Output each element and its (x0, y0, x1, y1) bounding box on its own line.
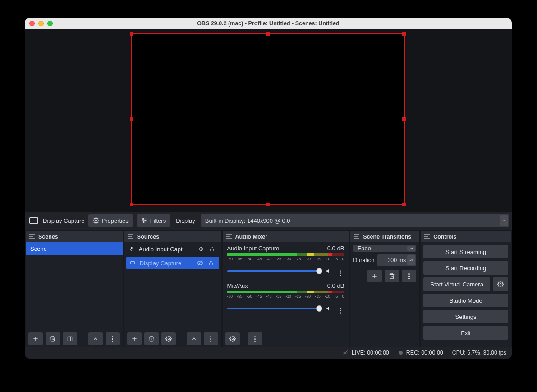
virtual-camera-settings-button[interactable] (493, 277, 508, 291)
dock-grip-icon (128, 234, 133, 240)
source-menu-button[interactable] (204, 332, 218, 345)
sources-title: Sources (137, 234, 159, 240)
channel-db: 0.0 dB (327, 245, 344, 252)
source-item-selected[interactable]: Display Capture (126, 257, 219, 269)
sliders-icon (141, 217, 147, 224)
volume-slider[interactable] (227, 308, 323, 309)
controls-header[interactable]: Controls (421, 231, 511, 242)
selected-source-label: Display Capture (43, 217, 85, 224)
docks-row: Scenes Scene Sources (25, 231, 512, 347)
chevron-up-icon (92, 336, 99, 342)
preview-area[interactable] (25, 29, 512, 212)
svg-point-4 (142, 218, 143, 219)
resize-handle-s[interactable] (266, 203, 270, 206)
add-transition-button[interactable] (367, 270, 382, 282)
source-properties-button[interactable] (161, 332, 176, 345)
duration-value: 300 ms (387, 257, 406, 263)
svg-point-5 (145, 220, 146, 221)
add-source-button[interactable] (127, 332, 142, 345)
duration-input[interactable]: 300 ms ▴▾ (377, 254, 417, 266)
transition-menu-button[interactable] (402, 270, 416, 282)
svg-point-20 (168, 338, 170, 340)
resize-handle-ne[interactable] (402, 32, 406, 36)
mute-toggle[interactable] (325, 268, 333, 274)
svg-rect-9 (68, 337, 72, 341)
add-scene-button[interactable] (28, 332, 43, 345)
minimize-window-button[interactable] (38, 21, 44, 26)
title-bar: OBS 29.0.2 (mac) - Profile: Untitled - S… (25, 18, 512, 29)
resize-handle-e[interactable] (402, 117, 406, 121)
transition-select-value: Fade (358, 245, 371, 252)
exit-button[interactable]: Exit (423, 326, 508, 340)
plus-icon (32, 336, 39, 342)
scene-menu-button[interactable] (106, 332, 120, 345)
channel-menu-button[interactable] (336, 303, 344, 314)
transitions-header[interactable]: Scene Transitions (350, 231, 419, 242)
sources-dock: Sources Audio Input Capt Display Capture (124, 231, 221, 347)
svg-rect-17 (209, 263, 212, 265)
lock-toggle[interactable] (209, 246, 217, 252)
close-window-button[interactable] (29, 21, 35, 26)
controls-dock: Controls Start Streaming Start Recording… (421, 231, 511, 347)
studio-mode-button[interactable]: Studio Mode (423, 294, 508, 307)
resize-handle-n[interactable] (266, 32, 270, 36)
filters-button[interactable]: Filters (137, 214, 170, 227)
kebab-icon (408, 273, 410, 279)
mixer-channel: Audio Input Capture 0.0 dB -60-55-50-45-… (223, 242, 349, 277)
mixer-menu-button[interactable] (248, 332, 262, 345)
svg-point-24 (500, 283, 501, 285)
resize-handle-nw[interactable] (130, 32, 133, 36)
status-bar: LIVE: 00:00:00 REC: 00:00:00 CPU: 6.7%, … (25, 347, 512, 359)
start-recording-button[interactable]: Start Recording (423, 261, 508, 275)
resize-handle-sw[interactable] (130, 203, 133, 206)
slider-thumb[interactable] (316, 305, 322, 312)
sources-header[interactable]: Sources (124, 231, 221, 242)
svg-point-6 (143, 221, 144, 222)
duration-label: Duration (353, 257, 374, 263)
preview-selection[interactable] (132, 34, 404, 204)
mixer-settings-button[interactable] (225, 332, 240, 345)
source-item[interactable]: Audio Input Capt (124, 242, 221, 256)
gear-icon (497, 281, 504, 287)
display-select[interactable]: Built-in Display: 1440x900 @ 0,0 ▴▾ (201, 214, 509, 227)
sources-list[interactable]: Audio Input Capt Display Capture (124, 242, 221, 331)
record-icon (398, 350, 404, 355)
remove-transition-button[interactable] (385, 270, 399, 282)
display-field-label: Display (174, 217, 197, 224)
start-virtual-camera-button[interactable]: Start Virtual Camera (423, 277, 490, 291)
settings-button[interactable]: Settings (423, 310, 508, 323)
start-streaming-button[interactable]: Start Streaming (423, 245, 508, 258)
channel-db: 0.0 dB (327, 282, 344, 289)
resize-handle-w[interactable] (130, 117, 133, 121)
display-icon (129, 260, 136, 266)
scene-item[interactable]: Scene (26, 242, 123, 255)
slider-thumb[interactable] (316, 268, 322, 274)
move-scene-up-button[interactable] (88, 332, 103, 345)
maximize-window-button[interactable] (47, 21, 53, 26)
mixer-header[interactable]: Audio Mixer (223, 231, 349, 242)
chevron-updown-icon: ▴▾ (500, 215, 508, 226)
mute-toggle[interactable] (325, 305, 333, 312)
properties-button[interactable]: Properties (88, 214, 133, 227)
channel-menu-button[interactable] (336, 266, 344, 276)
scenes-header[interactable]: Scenes (26, 231, 123, 242)
status-rec: REC: 00:00:00 (406, 350, 443, 356)
scene-filters-button[interactable] (63, 332, 77, 345)
transition-select[interactable]: Fade ▴▾ (353, 245, 416, 252)
visibility-toggle[interactable] (197, 246, 206, 252)
remove-scene-button[interactable] (46, 332, 60, 345)
properties-button-label: Properties (102, 217, 129, 224)
visibility-toggle[interactable] (197, 260, 205, 266)
scene-item-label: Scene (30, 245, 47, 252)
move-source-up-button[interactable] (187, 332, 201, 345)
display-icon (29, 217, 38, 224)
scenes-list[interactable]: Scene (26, 242, 123, 331)
volume-slider[interactable] (227, 270, 323, 272)
lock-toggle[interactable] (208, 260, 216, 266)
svg-point-0 (95, 220, 97, 221)
remove-source-button[interactable] (144, 332, 159, 345)
mixer-channel: Mic/Aux 0.0 dB -60-55-50-45-40-35-30-25-… (223, 280, 349, 314)
kebab-icon (340, 308, 341, 314)
resize-handle-se[interactable] (402, 203, 406, 206)
window-title: OBS 29.0.2 (mac) - Profile: Untitled - S… (25, 20, 512, 27)
